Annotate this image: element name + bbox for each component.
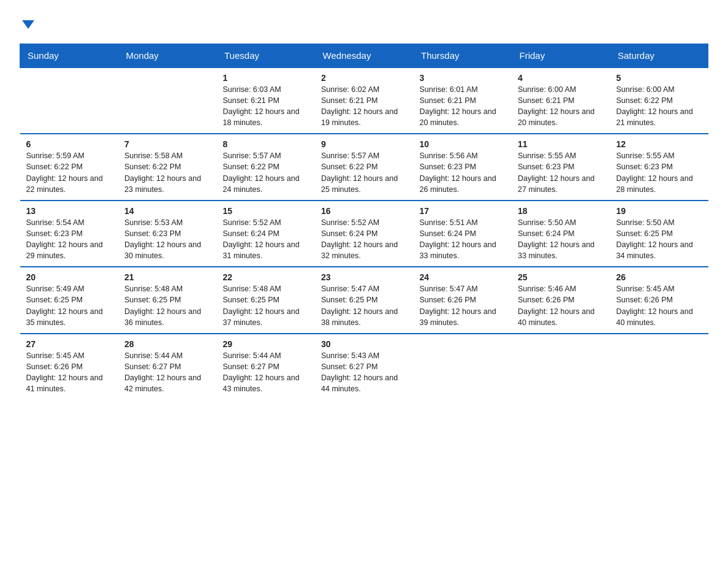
day-detail: Sunrise: 5:47 AM Sunset: 6:25 PM Dayligh… [321,283,408,328]
cell-inner: 17Sunrise: 5:51 AM Sunset: 6:24 PM Dayli… [420,206,506,262]
day-cell: 28Sunrise: 5:44 AM Sunset: 6:27 PM Dayli… [118,334,217,400]
day-number: 27 [26,339,113,349]
day-number: 28 [124,339,211,349]
day-cell: 20Sunrise: 5:49 AM Sunset: 6:25 PM Dayli… [20,267,119,334]
cell-inner: 6Sunrise: 5:59 AM Sunset: 6:22 PM Daylig… [26,139,113,195]
day-detail: Sunrise: 5:52 AM Sunset: 6:24 PM Dayligh… [223,217,309,262]
day-cell [20,67,119,134]
cell-inner: 30Sunrise: 5:43 AM Sunset: 6:27 PM Dayli… [321,339,408,395]
day-cell: 26Sunrise: 5:45 AM Sunset: 6:26 PM Dayli… [610,267,709,334]
cell-inner: 13Sunrise: 5:54 AM Sunset: 6:23 PM Dayli… [26,206,113,262]
day-detail: Sunrise: 5:50 AM Sunset: 6:24 PM Dayligh… [518,217,604,262]
day-detail: Sunrise: 5:43 AM Sunset: 6:27 PM Dayligh… [321,350,408,395]
logo [20,15,34,34]
cell-inner: 26Sunrise: 5:45 AM Sunset: 6:26 PM Dayli… [616,272,703,328]
day-detail: Sunrise: 5:51 AM Sunset: 6:24 PM Dayligh… [420,217,506,262]
day-cell: 23Sunrise: 5:47 AM Sunset: 6:25 PM Dayli… [315,267,414,334]
cell-inner: 3Sunrise: 6:01 AM Sunset: 6:21 PM Daylig… [420,73,506,129]
day-number: 5 [616,73,703,83]
logo-triangle-icon [22,20,34,29]
day-number: 21 [124,272,211,282]
day-number: 25 [518,272,604,282]
header-cell-monday: Monday [118,44,217,67]
week-row-5: 27Sunrise: 5:45 AM Sunset: 6:26 PM Dayli… [20,334,709,400]
day-detail: Sunrise: 6:00 AM Sunset: 6:22 PM Dayligh… [616,84,703,129]
day-number: 1 [223,73,309,83]
day-cell: 30Sunrise: 5:43 AM Sunset: 6:27 PM Dayli… [315,334,414,400]
week-row-3: 13Sunrise: 5:54 AM Sunset: 6:23 PM Dayli… [20,201,709,267]
day-detail: Sunrise: 5:56 AM Sunset: 6:23 PM Dayligh… [420,150,506,195]
week-row-4: 20Sunrise: 5:49 AM Sunset: 6:25 PM Dayli… [20,267,709,334]
day-cell: 10Sunrise: 5:56 AM Sunset: 6:23 PM Dayli… [414,134,512,201]
day-detail: Sunrise: 5:45 AM Sunset: 6:26 PM Dayligh… [616,283,703,328]
day-detail: Sunrise: 5:54 AM Sunset: 6:23 PM Dayligh… [26,217,113,262]
cell-inner: 27Sunrise: 5:45 AM Sunset: 6:26 PM Dayli… [26,339,113,395]
day-cell [512,334,610,400]
day-number: 29 [223,339,309,349]
header-cell-sunday: Sunday [20,44,119,67]
calendar-body: 1Sunrise: 6:03 AM Sunset: 6:21 PM Daylig… [20,67,709,400]
day-number: 18 [518,206,604,216]
cell-inner: 15Sunrise: 5:52 AM Sunset: 6:24 PM Dayli… [223,206,309,262]
day-detail: Sunrise: 5:48 AM Sunset: 6:25 PM Dayligh… [223,283,309,328]
day-cell: 29Sunrise: 5:44 AM Sunset: 6:27 PM Dayli… [217,334,316,400]
cell-inner: 23Sunrise: 5:47 AM Sunset: 6:25 PM Dayli… [321,272,408,328]
day-cell [118,67,217,134]
day-cell: 4Sunrise: 6:00 AM Sunset: 6:21 PM Daylig… [512,67,610,134]
day-number: 13 [26,206,113,216]
day-number: 11 [518,139,604,149]
cell-inner: 24Sunrise: 5:47 AM Sunset: 6:26 PM Dayli… [420,272,506,328]
day-cell: 22Sunrise: 5:48 AM Sunset: 6:25 PM Dayli… [217,267,316,334]
day-cell: 8Sunrise: 5:57 AM Sunset: 6:22 PM Daylig… [217,134,316,201]
day-number: 2 [321,73,408,83]
day-number: 24 [420,272,506,282]
cell-inner: 28Sunrise: 5:44 AM Sunset: 6:27 PM Dayli… [124,339,211,395]
day-detail: Sunrise: 5:52 AM Sunset: 6:24 PM Dayligh… [321,217,408,262]
day-number: 22 [223,272,309,282]
day-detail: Sunrise: 5:59 AM Sunset: 6:22 PM Dayligh… [26,150,113,195]
calendar-table: SundayMondayTuesdayWednesdayThursdayFrid… [20,44,708,400]
cell-inner: 5Sunrise: 6:00 AM Sunset: 6:22 PM Daylig… [616,73,703,129]
day-number: 4 [518,73,604,83]
day-detail: Sunrise: 5:57 AM Sunset: 6:22 PM Dayligh… [321,150,408,195]
day-number: 12 [616,139,703,149]
day-detail: Sunrise: 5:55 AM Sunset: 6:23 PM Dayligh… [616,150,703,195]
day-detail: Sunrise: 5:44 AM Sunset: 6:27 PM Dayligh… [124,350,211,395]
day-cell: 2Sunrise: 6:02 AM Sunset: 6:21 PM Daylig… [315,67,414,134]
logo-text [20,15,34,34]
cell-inner: 14Sunrise: 5:53 AM Sunset: 6:23 PM Dayli… [124,206,211,262]
day-cell: 17Sunrise: 5:51 AM Sunset: 6:24 PM Dayli… [414,201,512,267]
cell-inner: 21Sunrise: 5:48 AM Sunset: 6:25 PM Dayli… [124,272,211,328]
day-number: 6 [26,139,113,149]
day-detail: Sunrise: 6:03 AM Sunset: 6:21 PM Dayligh… [223,84,309,129]
day-detail: Sunrise: 5:47 AM Sunset: 6:26 PM Dayligh… [420,283,506,328]
day-detail: Sunrise: 5:44 AM Sunset: 6:27 PM Dayligh… [223,350,309,395]
day-detail: Sunrise: 6:00 AM Sunset: 6:21 PM Dayligh… [518,84,604,129]
cell-inner: 16Sunrise: 5:52 AM Sunset: 6:24 PM Dayli… [321,206,408,262]
header-cell-thursday: Thursday [414,44,512,67]
cell-inner: 22Sunrise: 5:48 AM Sunset: 6:25 PM Dayli… [223,272,309,328]
day-cell: 25Sunrise: 5:46 AM Sunset: 6:26 PM Dayli… [512,267,610,334]
cell-inner: 2Sunrise: 6:02 AM Sunset: 6:21 PM Daylig… [321,73,408,129]
day-cell: 11Sunrise: 5:55 AM Sunset: 6:23 PM Dayli… [512,134,610,201]
cell-inner: 18Sunrise: 5:50 AM Sunset: 6:24 PM Dayli… [518,206,604,262]
day-cell: 7Sunrise: 5:58 AM Sunset: 6:22 PM Daylig… [118,134,217,201]
cell-inner: 12Sunrise: 5:55 AM Sunset: 6:23 PM Dayli… [616,139,703,195]
day-number: 16 [321,206,408,216]
day-number: 15 [223,206,309,216]
cell-inner: 29Sunrise: 5:44 AM Sunset: 6:27 PM Dayli… [223,339,309,395]
day-number: 3 [420,73,506,83]
day-cell: 9Sunrise: 5:57 AM Sunset: 6:22 PM Daylig… [315,134,414,201]
day-cell: 1Sunrise: 6:03 AM Sunset: 6:21 PM Daylig… [217,67,316,134]
day-cell [414,334,512,400]
cell-inner: 10Sunrise: 5:56 AM Sunset: 6:23 PM Dayli… [420,139,506,195]
week-row-1: 1Sunrise: 6:03 AM Sunset: 6:21 PM Daylig… [20,67,709,134]
day-cell: 15Sunrise: 5:52 AM Sunset: 6:24 PM Dayli… [217,201,316,267]
day-number: 26 [616,272,703,282]
day-number: 20 [26,272,113,282]
day-detail: Sunrise: 5:50 AM Sunset: 6:25 PM Dayligh… [616,217,703,262]
day-number: 10 [420,139,506,149]
cell-inner: 25Sunrise: 5:46 AM Sunset: 6:26 PM Dayli… [518,272,604,328]
page-header [20,15,708,34]
day-cell: 16Sunrise: 5:52 AM Sunset: 6:24 PM Dayli… [315,201,414,267]
